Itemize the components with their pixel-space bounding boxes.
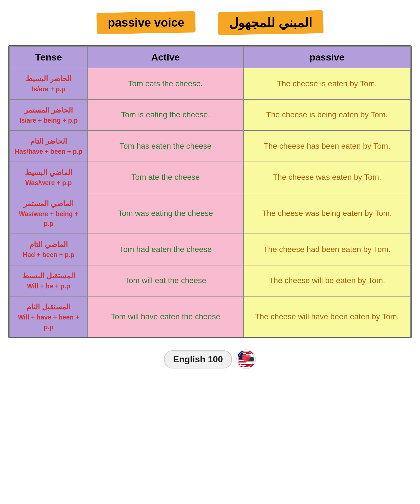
passive-cell: The cheese was being eaten by Tom. xyxy=(244,193,411,234)
col-active: Active xyxy=(88,46,244,68)
passive-cell: The cheese is eaten by Tom. xyxy=(244,68,411,99)
tense-cell: المستقبل البسيطWill + be + p.p xyxy=(10,265,88,297)
tense-formula: Was/were + p.p xyxy=(14,178,83,188)
tense-formula: Is/are + being + p.p xyxy=(14,116,83,125)
passive-cell: The cheese is being eaten by Tom. xyxy=(244,99,411,131)
passive-cell: The cheese will have been eaten by Tom. xyxy=(244,296,411,337)
tense-formula: Will + be + p.p xyxy=(14,281,83,291)
active-cell: Tom was eating the cheese xyxy=(88,193,244,234)
tense-formula: Has/have + been + p.p xyxy=(14,147,83,157)
tense-cell: الماضي المستمرWas/were + being + p.p xyxy=(10,193,88,234)
active-cell: Tom ate the cheese xyxy=(88,162,244,193)
table-row: الماضي المستمرWas/were + being + p.pTom … xyxy=(10,193,410,234)
active-cell: Tom will have eaten the cheese xyxy=(88,296,244,337)
footer: English 100 xyxy=(164,349,256,369)
page-header: passive voice المبني للمجهول xyxy=(8,11,412,34)
active-cell: Tom is eating the cheese. xyxy=(88,99,244,131)
table-row: الماضي البسيطWas/were + p.pTom ate the c… xyxy=(10,162,410,193)
active-cell: Tom will eat the cheese xyxy=(88,265,244,297)
table-row: الماضي التامHad + been + p.pTom had eate… xyxy=(10,234,410,265)
tense-arabic: الماضي البسيط xyxy=(14,167,83,178)
english-title: passive voice xyxy=(97,12,195,33)
active-cell: Tom had eaten the cheese xyxy=(88,234,244,265)
arabic-title: المبني للمجهول xyxy=(218,11,323,34)
table-row: الحاضر البسيطIs/are + p.pTom eats the ch… xyxy=(10,68,410,99)
tense-arabic: المستقبل البسيط xyxy=(14,270,83,281)
active-cell: Tom eats the cheese. xyxy=(88,68,244,99)
tense-arabic: الماضي المستمر xyxy=(14,198,83,209)
tense-arabic: الحاضر البسيط xyxy=(14,73,83,84)
table-row: الحاضر التامHas/have + been + p.pTom has… xyxy=(10,130,410,162)
table-row: المستقبل التامWill + have + been + p.pTo… xyxy=(10,296,410,337)
passive-cell: The cheese was eaten by Tom. xyxy=(244,162,411,193)
tense-cell: الحاضر المستمرIs/are + being + p.p xyxy=(10,99,88,131)
passive-cell: The cheese had been eaten by Tom. xyxy=(244,234,411,265)
col-tense: Tense xyxy=(10,46,88,68)
brand-icon xyxy=(236,349,256,369)
tense-formula: Was/were + being + p.p xyxy=(14,209,83,228)
active-cell: Tom has eaten the cheese xyxy=(88,130,244,162)
tense-cell: الحاضر التامHas/have + been + p.p xyxy=(10,130,88,162)
table-row: المستقبل البسيطWill + be + p.pTom will e… xyxy=(10,265,410,297)
tense-cell: الحاضر البسيطIs/are + p.p xyxy=(10,68,88,99)
grammar-table-wrapper: Tense Active passive الحاضر البسيطIs/are… xyxy=(8,45,412,338)
tense-cell: الماضي التامHad + been + p.p xyxy=(10,234,88,265)
table-row: الحاضر المستمرIs/are + being + p.pTom is… xyxy=(10,99,410,131)
passive-cell: The cheese will be eaten by Tom. xyxy=(244,265,411,297)
grammar-table: Tense Active passive الحاضر البسيطIs/are… xyxy=(9,46,411,337)
tense-cell: الماضي البسيطWas/were + p.p xyxy=(10,162,88,193)
tense-arabic: المستقبل التام xyxy=(14,302,83,312)
col-passive: passive xyxy=(244,46,411,68)
table-header-row: Tense Active passive xyxy=(10,46,410,68)
tense-arabic: الماضي التام xyxy=(14,239,83,250)
tense-formula: Had + been + p.p xyxy=(14,250,83,260)
tense-formula: Will + have + been + p.p xyxy=(14,312,83,332)
brand-badge: English 100 xyxy=(164,350,232,368)
svg-rect-15 xyxy=(246,364,254,367)
tense-cell: المستقبل التامWill + have + been + p.p xyxy=(10,296,88,337)
tense-formula: Is/are + p.p xyxy=(14,84,83,94)
tense-arabic: الحاضر التام xyxy=(14,136,83,147)
tense-arabic: الحاضر المستمر xyxy=(14,105,83,116)
passive-cell: The cheese has been eaten by Tom. xyxy=(244,130,411,162)
